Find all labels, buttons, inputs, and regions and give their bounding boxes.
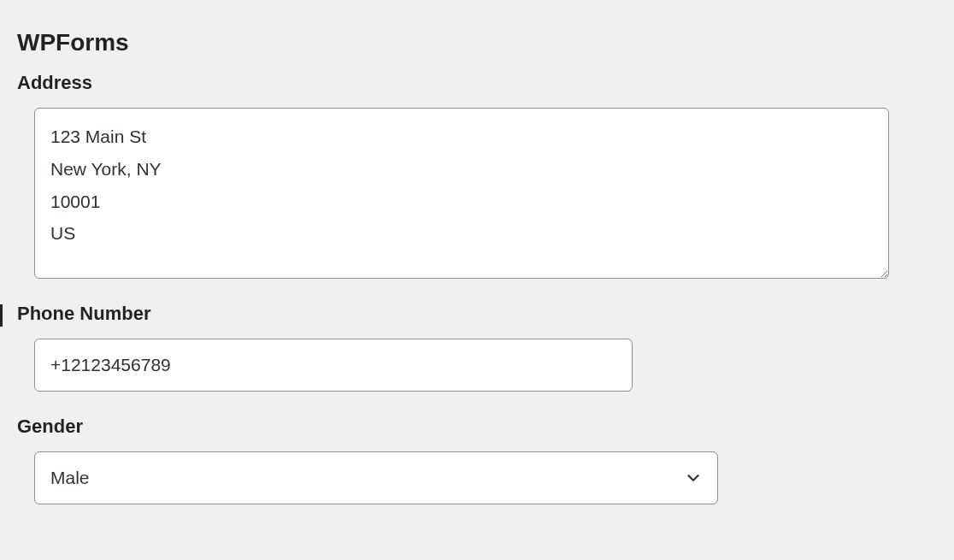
phone-label: Phone Number [17, 303, 937, 325]
address-label: Address [17, 72, 937, 94]
gender-label: Gender [17, 416, 937, 438]
phone-input[interactable] [34, 339, 633, 392]
address-textarea[interactable] [34, 108, 889, 279]
field-address: Address [17, 72, 937, 279]
field-gender: Gender Male [17, 416, 937, 504]
gender-selected-value: Male [34, 451, 718, 504]
gender-select[interactable]: Male [34, 451, 718, 504]
section-title: WPForms [17, 29, 937, 56]
field-phone: Phone Number [17, 303, 937, 392]
